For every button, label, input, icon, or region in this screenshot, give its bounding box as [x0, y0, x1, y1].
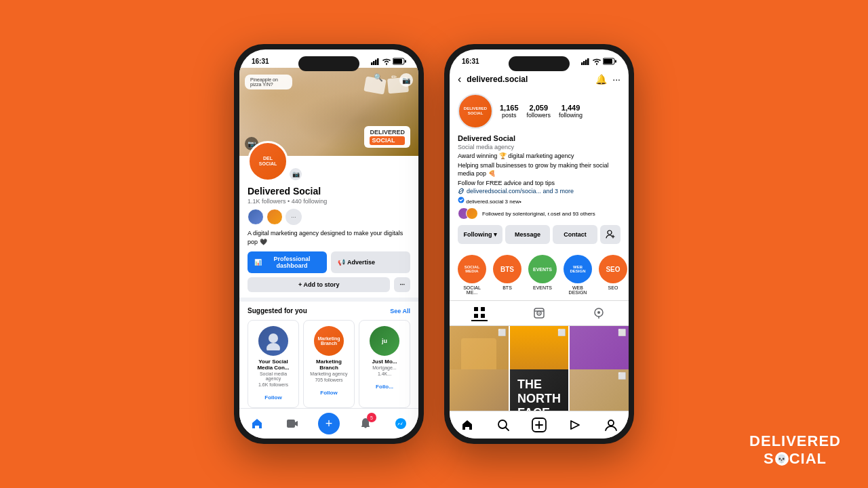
fb-sugg-avatar-2: MarketingBranch: [314, 326, 344, 356]
ig-posts-label: posts: [500, 112, 519, 119]
svg-rect-1: [373, 61, 375, 65]
fb-options-button[interactable]: ···: [394, 277, 410, 292]
ig-profile-avatar: DELIVEREDSOCIAL: [458, 94, 493, 129]
ig-followers-label: followers: [527, 112, 551, 119]
brand-name-2: S💀CIAL: [749, 450, 841, 468]
ig-nav-profile[interactable]: [601, 415, 620, 434]
ig-story-bubble-2: BTS: [493, 255, 521, 283]
svg-point-27: [538, 312, 540, 314]
dynamic-island-2: [509, 56, 570, 71]
status-icons-2: [581, 58, 616, 65]
ig-story-2[interactable]: BTS BTS: [493, 255, 521, 295]
fb-follow-button-2[interactable]: Follow: [320, 390, 337, 396]
fb-nav-home[interactable]: [248, 414, 267, 433]
fb-bio-text: A digital marketing agency designed to m…: [248, 229, 410, 246]
ig-tab-tagged[interactable]: [591, 305, 607, 321]
fb-follow-button-3[interactable]: Follo...: [376, 384, 393, 390]
fb-search-icon[interactable]: 🔍: [374, 73, 383, 82]
fb-suggested-card-3: ju Just Mo... Mortgage... 1.4K... Follo.…: [359, 320, 410, 408]
fb-add-story-button[interactable]: + Add to story: [248, 277, 390, 292]
ig-bottom-nav: [450, 411, 629, 439]
fb-edit-icon[interactable]: ✏: [391, 73, 397, 81]
ig-notification-icon[interactable]: 🔔: [595, 74, 607, 85]
svg-rect-2: [375, 60, 377, 65]
main-container: 16:31: [0, 0, 868, 488]
fb-see-all-link[interactable]: See All: [390, 308, 410, 314]
ig-plus-icon: [532, 418, 547, 432]
fb-sugg-name-2: Marketing Branch: [308, 359, 350, 371]
fb-nav-bell[interactable]: 5: [356, 414, 375, 433]
ig-reels-nav-icon: [568, 418, 582, 432]
ig-tab-reels[interactable]: [531, 305, 547, 321]
reel-icon-2: ⬜: [557, 329, 566, 336]
ig-follower-avatars: [458, 207, 474, 220]
ig-profile-row: DELIVEREDSOCIAL 1,165 posts 2,059 follow…: [458, 94, 620, 129]
ig-tab-grid[interactable]: [471, 305, 488, 321]
ig-nav-home[interactable]: [458, 415, 477, 434]
ig-grid-cell-6[interactable]: ⬜: [570, 369, 629, 411]
svg-rect-6: [405, 60, 406, 63]
cover-brand-line1: DELIVERED: [370, 129, 405, 136]
skull-icon: 💀: [776, 454, 787, 464]
ig-header: ‹ delivered.social 🔔 ···: [450, 68, 629, 91]
chevron-down-icon: ▾: [494, 231, 497, 238]
svg-rect-17: [604, 59, 612, 64]
fb-nav-video[interactable]: [283, 414, 302, 433]
fb-suggested-header: Suggested for you See All: [248, 307, 410, 314]
ig-website-link[interactable]: deliveredsocial.com/socia... and 3 more: [458, 188, 620, 195]
ig-profile-nav-icon: [604, 418, 618, 432]
battery-icon-2: [603, 58, 616, 65]
fb-sugg-avatar-1: [258, 326, 288, 356]
ig-contact-button[interactable]: Contact: [553, 225, 597, 244]
ig-more-button[interactable]: ···: [612, 74, 620, 85]
svg-point-20: [608, 230, 612, 235]
ig-bio-line-2: Helping small businesses to grow by maki…: [458, 161, 620, 178]
fb-profile-camera[interactable]: 📷: [290, 168, 302, 180]
ig-story-3[interactable]: EVENTS EVENTS: [528, 255, 557, 295]
ig-followed-text: Followed by solentoriginal, r.osel and 9…: [482, 211, 595, 217]
fb-profile-name: Delivered Social: [248, 186, 410, 197]
fb-follow-button-1[interactable]: Follow: [264, 394, 281, 401]
ig-add-person-button[interactable]: [600, 225, 620, 244]
fb-sugg-followers-1: 1.6K followers: [252, 382, 294, 387]
fb-friend-1: [248, 209, 264, 225]
ig-grid-cell-5[interactable]: THENORTHFACE: [510, 369, 569, 411]
fb-dashboard-icon: 📊: [254, 259, 262, 266]
svg-point-7: [269, 333, 278, 343]
signal-icon-2: [581, 58, 591, 65]
ig-message-button[interactable]: Message: [505, 225, 550, 244]
ig-back-button[interactable]: ‹: [458, 73, 461, 85]
svg-line-33: [506, 428, 509, 430]
fb-advertise-button[interactable]: 📢 Advertise: [331, 251, 410, 273]
fb-more-friends[interactable]: ···: [285, 209, 302, 225]
svg-rect-9: [287, 420, 295, 428]
ig-story-label-3: EVENTS: [533, 285, 552, 290]
ig-following-button[interactable]: Following ▾: [458, 225, 502, 244]
fb-nav-messenger[interactable]: [391, 414, 410, 433]
ig-nav-search[interactable]: [494, 415, 513, 434]
ig-nav-reels[interactable]: [566, 415, 585, 434]
fb-top-camera[interactable]: 📷: [399, 73, 413, 87]
ig-bio-line-1: Award winning 🏆 digital marketing agency: [458, 152, 620, 161]
ig-following-label: following: [559, 112, 583, 119]
svg-point-37: [608, 420, 614, 426]
ig-bio-line-3: Follow for FREE advice and top tips: [458, 179, 620, 188]
fb-friend-2: [267, 209, 283, 225]
ig-followers-count: 2,059: [527, 104, 551, 112]
ig-link-text: deliveredsocial.com/socia... and 3 more: [467, 188, 574, 195]
fb-profile-avatar: DELSOCIAL: [248, 141, 288, 182]
phone-1-frame: 16:31: [234, 44, 424, 444]
ig-story-4[interactable]: WEBDESIGN WEB DESIGN: [564, 255, 592, 295]
ig-story-1[interactable]: SOCIALMEDIA SOCIAL ME...: [458, 255, 486, 295]
ig-story-5[interactable]: SEO SEO: [599, 255, 627, 295]
phone-2-frame: 16:31: [444, 44, 634, 444]
fb-nav-plus[interactable]: +: [318, 413, 340, 434]
ig-nav-plus[interactable]: [530, 415, 549, 434]
fb-suggested-title: Suggested for you: [248, 307, 307, 314]
fb-sugg-type-2: Marketing agency: [308, 371, 350, 376]
svg-rect-10: [361, 426, 370, 427]
ig-grid-cell-4[interactable]: [450, 369, 509, 411]
fb-professional-dashboard-button[interactable]: 📊 Professional dashboard: [248, 251, 327, 273]
ig-tab-bar: [450, 300, 629, 326]
signal-icon: [371, 58, 380, 65]
